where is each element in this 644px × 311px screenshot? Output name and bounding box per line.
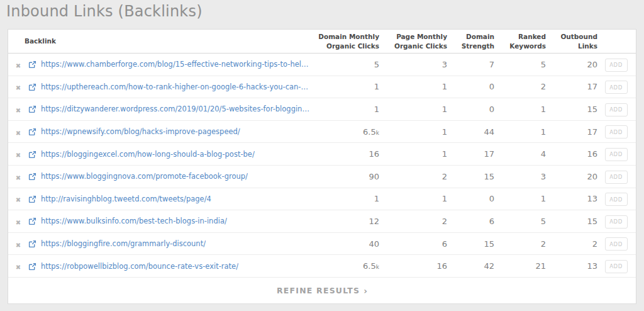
cell-domain-strength: 17 xyxy=(447,149,494,159)
cell-page-monthly-organic-clicks: 2 xyxy=(379,172,447,181)
cell-outbound-links: 20 xyxy=(546,60,597,69)
remove-icon[interactable]: ✖ xyxy=(14,130,21,137)
cell-outbound-links: 20 xyxy=(546,172,597,181)
table-row: ✖ https://upthereach.com/how-to-rank-hig… xyxy=(8,76,636,99)
header-spacer xyxy=(8,41,25,42)
backlinks-panel: Backlink Domain Monthly Organic Clicks P… xyxy=(8,29,636,304)
external-link-icon xyxy=(28,172,36,181)
remove-icon[interactable]: ✖ xyxy=(14,84,21,91)
add-button[interactable]: ADD xyxy=(605,260,628,273)
remove-icon[interactable]: ✖ xyxy=(14,152,21,159)
add-button[interactable]: ADD xyxy=(605,237,628,251)
cell-ranked-keywords: 1 xyxy=(494,127,546,137)
remove-icon[interactable]: ✖ xyxy=(14,62,21,69)
remove-icon[interactable]: ✖ xyxy=(14,196,21,203)
cell-domain-monthly-organic-clicks: 6.5k xyxy=(310,261,379,271)
cell-page-monthly-organic-clicks: 16 xyxy=(379,261,447,271)
cell-domain-strength: 7 xyxy=(447,60,494,69)
cell-page-monthly-organic-clicks: 6 xyxy=(379,239,447,249)
backlink-url[interactable]: https://upthereach.com/how-to-rank-highe… xyxy=(41,82,310,91)
cell-domain-strength: 0 xyxy=(447,105,494,114)
external-link-icon xyxy=(28,240,36,248)
add-button[interactable]: ADD xyxy=(605,103,628,116)
external-link-icon xyxy=(28,195,36,203)
external-link-icon xyxy=(28,83,36,91)
remove-icon[interactable]: ✖ xyxy=(14,107,21,114)
backlink-url[interactable]: https://bloggingexcel.com/how-long-shoul… xyxy=(41,150,255,159)
cell-domain-monthly-organic-clicks: 16 xyxy=(310,149,379,159)
external-link-icon xyxy=(28,263,36,271)
cell-domain-monthly-organic-clicks: 1 xyxy=(310,105,379,114)
remove-icon[interactable]: ✖ xyxy=(14,174,21,181)
backlink-url[interactable]: https://ditzywanderer.wordpress.com/2019… xyxy=(41,105,310,113)
add-button[interactable]: ADD xyxy=(605,193,628,206)
cell-ranked-keywords: 4 xyxy=(494,149,546,159)
cell-ranked-keywords: 5 xyxy=(494,60,546,69)
remove-icon[interactable]: ✖ xyxy=(14,242,21,249)
cell-domain-monthly-organic-clicks: 1 xyxy=(310,194,379,203)
cell-domain-monthly-organic-clicks: 90 xyxy=(310,172,379,181)
cell-outbound-links: 16 xyxy=(546,149,597,159)
table-row: ✖ https://robpowellbizblog.com/bounce-ra… xyxy=(8,255,636,278)
backlink-url[interactable]: https://www.bloggingnova.com/promote-fac… xyxy=(41,172,248,181)
external-link-icon xyxy=(28,128,36,136)
refine-results-button[interactable]: REFINE RESULTS › xyxy=(277,286,367,296)
page-title: Inbound Links (Backlinks) xyxy=(6,3,203,20)
table-row: ✖ https://bloggingfire.com/grammarly-dis… xyxy=(8,233,636,256)
cell-page-monthly-organic-clicks: 1 xyxy=(379,82,447,91)
table-row: ✖ https://www.chamberforge.com/blog/15-e… xyxy=(8,54,636,76)
cell-domain-strength: 6 xyxy=(447,217,494,226)
add-button[interactable]: ADD xyxy=(605,215,628,229)
table-footer: REFINE RESULTS › xyxy=(8,278,636,304)
remove-icon[interactable]: ✖ xyxy=(14,219,21,226)
table-row: ✖ https://wpnewsify.com/blog/hacks-impro… xyxy=(8,121,636,144)
cell-domain-strength: 44 xyxy=(447,127,494,137)
table-row: ✖ https://www.bulksinfo.com/best-tech-bl… xyxy=(8,210,636,233)
external-link-icon xyxy=(28,217,36,225)
cell-ranked-keywords: 2 xyxy=(494,239,546,249)
cell-domain-strength: 42 xyxy=(447,261,494,271)
backlink-url[interactable]: https://www.chamberforge.com/blog/15-eff… xyxy=(41,60,310,69)
external-link-icon xyxy=(28,150,36,159)
cell-page-monthly-organic-clicks: 1 xyxy=(379,127,447,137)
table-header-row: Backlink Domain Monthly Organic Clicks P… xyxy=(8,30,636,54)
cell-ranked-keywords: 1 xyxy=(494,194,546,203)
backlink-url[interactable]: https://wpnewsify.com/blog/hacks-improve… xyxy=(41,127,240,136)
cell-domain-monthly-organic-clicks: 12 xyxy=(310,217,379,226)
cell-domain-strength: 15 xyxy=(447,172,494,181)
backlink-url[interactable]: https://robpowellbizblog.com/bounce-rate… xyxy=(41,262,238,271)
add-button[interactable]: ADD xyxy=(605,59,628,72)
cell-page-monthly-organic-clicks: 1 xyxy=(379,149,447,159)
remove-icon[interactable]: ✖ xyxy=(14,264,21,271)
cell-ranked-keywords: 5 xyxy=(494,217,546,226)
backlink-url[interactable]: http://ravisinghblog.tweetd.com/tweets/p… xyxy=(41,195,211,203)
column-header-outbound-links: Outbound Links xyxy=(546,31,597,51)
external-link-icon xyxy=(28,105,36,113)
cell-outbound-links: 13 xyxy=(546,261,597,271)
chevron-right-icon: › xyxy=(364,286,367,296)
backlink-url[interactable]: https://bloggingfire.com/grammarly-disco… xyxy=(41,239,206,248)
add-button[interactable]: ADD xyxy=(605,171,628,184)
cell-domain-monthly-organic-clicks: 6.5k xyxy=(310,127,379,137)
backlink-url[interactable]: https://www.bulksinfo.com/best-tech-blog… xyxy=(41,217,227,225)
add-button[interactable]: ADD xyxy=(605,125,628,139)
cell-domain-monthly-organic-clicks: 5 xyxy=(310,60,379,69)
external-link-icon xyxy=(28,60,36,69)
cell-page-monthly-organic-clicks: 2 xyxy=(379,217,447,226)
header-add-spacer xyxy=(597,41,636,42)
cell-ranked-keywords: 3 xyxy=(494,172,546,181)
cell-domain-strength: 0 xyxy=(447,82,494,91)
cell-outbound-links: 2 xyxy=(546,239,597,249)
table-row: ✖ https://www.bloggingnova.com/promote-f… xyxy=(8,166,636,188)
cell-page-monthly-organic-clicks: 1 xyxy=(379,194,447,203)
refine-results-label: REFINE RESULTS xyxy=(277,286,360,295)
column-header-ranked-keywords: Ranked Keywords xyxy=(494,31,546,51)
cell-domain-monthly-organic-clicks: 40 xyxy=(310,239,379,249)
add-button[interactable]: ADD xyxy=(605,81,628,94)
cell-domain-strength: 0 xyxy=(447,194,494,203)
cell-page-monthly-organic-clicks: 3 xyxy=(379,60,447,69)
add-button[interactable]: ADD xyxy=(605,148,628,161)
table-row: ✖ https://ditzywanderer.wordpress.com/20… xyxy=(8,98,636,121)
cell-ranked-keywords: 2 xyxy=(494,82,546,91)
cell-outbound-links: 17 xyxy=(546,82,597,91)
